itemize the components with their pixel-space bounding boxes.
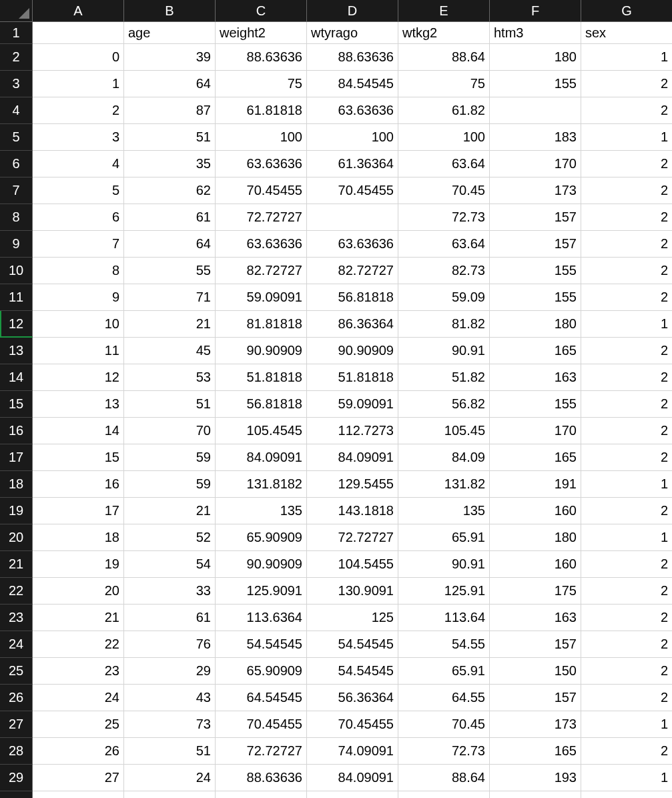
cell[interactable]: 170 <box>490 151 581 177</box>
cell[interactable]: 165 <box>490 338 581 364</box>
cell[interactable]: 105.45 <box>398 418 490 444</box>
cell[interactable]: 180 <box>490 44 581 71</box>
cell[interactable]: 191 <box>490 471 581 498</box>
cell[interactable] <box>33 22 124 44</box>
cell[interactable]: 90.90909 <box>216 338 307 364</box>
cell[interactable]: 26 <box>33 738 124 765</box>
cell[interactable]: 56.82 <box>398 391 490 418</box>
cell[interactable]: 155 <box>490 284 581 311</box>
cell[interactable]: 105.4545 <box>216 418 307 444</box>
cell[interactable]: 131.8182 <box>216 471 307 498</box>
cell[interactable]: 88.64 <box>398 44 490 71</box>
cell[interactable]: 2 <box>581 284 672 311</box>
cell[interactable]: 61.81818 <box>216 97 307 124</box>
cell[interactable]: 125.91 <box>398 578 490 605</box>
cell[interactable]: 2 <box>581 658 672 685</box>
cell[interactable]: 155 <box>490 391 581 418</box>
cell[interactable]: 63.63636 <box>307 231 398 258</box>
cell[interactable]: 84.09091 <box>216 444 307 471</box>
cell[interactable]: 51 <box>124 738 216 765</box>
cell[interactable]: 7 <box>33 231 124 258</box>
cell[interactable]: 25 <box>33 711 124 738</box>
cell[interactable]: 64.54545 <box>216 685 307 711</box>
cell[interactable]: 2 <box>581 338 672 364</box>
cell[interactable]: 2 <box>581 551 672 578</box>
cell[interactable]: 170 <box>490 418 581 444</box>
cell[interactable]: 163 <box>490 364 581 391</box>
cell[interactable]: 100 <box>307 124 398 151</box>
cell[interactable]: 0 <box>33 44 124 71</box>
cell[interactable]: 2 <box>581 71 672 97</box>
cell[interactable]: 88.63636 <box>216 765 307 791</box>
cell[interactable]: 165 <box>490 738 581 765</box>
cell[interactable]: 54.54545 <box>307 658 398 685</box>
cell[interactable]: 2 <box>581 631 672 658</box>
cell[interactable]: 2 <box>581 177 672 204</box>
cell[interactable]: 125.9091 <box>216 578 307 605</box>
cell[interactable]: 173 <box>490 711 581 738</box>
cell[interactable]: 63.63636 <box>216 231 307 258</box>
cell[interactable]: 64.55 <box>398 685 490 711</box>
cell[interactable]: 113.6364 <box>216 605 307 631</box>
cell[interactable]: 100 <box>398 124 490 151</box>
cell[interactable]: 1 <box>581 765 672 791</box>
cell[interactable]: 1 <box>33 71 124 97</box>
cell[interactable]: 75 <box>398 71 490 97</box>
cell[interactable]: 51.81818 <box>216 364 307 391</box>
cell[interactable]: 63.63636 <box>307 97 398 124</box>
cell[interactable]: 56.81818 <box>307 284 398 311</box>
cell[interactable]: 64 <box>124 231 216 258</box>
row-header[interactable]: 9 <box>0 231 33 258</box>
cell[interactable]: 125 <box>307 605 398 631</box>
cell[interactable]: 173 <box>490 177 581 204</box>
cell[interactable]: 88.63636 <box>216 791 307 798</box>
cell[interactable]: 90.90909 <box>307 338 398 364</box>
cell[interactable]: 2 <box>581 97 672 124</box>
row-header[interactable]: 14 <box>0 364 33 391</box>
cell[interactable]: 61.82 <box>398 97 490 124</box>
cell[interactable]: 84.09091 <box>307 765 398 791</box>
cell[interactable]: 1 <box>581 524 672 551</box>
cell[interactable]: 2 <box>581 391 672 418</box>
cell[interactable]: 157 <box>490 631 581 658</box>
cell[interactable]: 155 <box>490 258 581 284</box>
cell[interactable]: 51 <box>124 124 216 151</box>
cell[interactable]: 33 <box>124 578 216 605</box>
row-header[interactable]: 30 <box>0 791 33 798</box>
col-header-E[interactable]: E <box>398 0 490 22</box>
cell[interactable]: 100 <box>216 124 307 151</box>
cell[interactable]: 129.5455 <box>307 471 398 498</box>
cell[interactable]: 82.72727 <box>307 258 398 284</box>
cell[interactable]: 112.7273 <box>307 418 398 444</box>
col-header-C[interactable]: C <box>216 0 307 22</box>
cell[interactable]: 54 <box>124 551 216 578</box>
cell[interactable]: wtyrago <box>307 22 398 44</box>
cell[interactable]: 84.09 <box>398 444 490 471</box>
cell[interactable]: 2 <box>33 97 124 124</box>
cell[interactable]: 70.45 <box>398 711 490 738</box>
cell[interactable]: 54.54545 <box>216 631 307 658</box>
cell[interactable]: 88.63636 <box>216 44 307 71</box>
cell[interactable]: 70.45 <box>398 177 490 204</box>
cell[interactable]: 1 <box>581 44 672 71</box>
cell[interactable]: 63.64 <box>398 151 490 177</box>
cell[interactable]: 65.91 <box>398 658 490 685</box>
cell[interactable]: 155 <box>490 71 581 97</box>
row-header[interactable]: 17 <box>0 444 33 471</box>
cell[interactable]: 1 <box>581 711 672 738</box>
cell[interactable]: 157 <box>490 204 581 231</box>
cell[interactable]: 70.45455 <box>216 711 307 738</box>
cell[interactable]: 53 <box>124 364 216 391</box>
cell[interactable]: 2 <box>581 605 672 631</box>
cell[interactable]: 17 <box>33 498 124 524</box>
cell[interactable]: 88.64 <box>398 791 490 798</box>
cell[interactable]: 12 <box>33 364 124 391</box>
cell[interactable]: 86.36364 <box>307 311 398 338</box>
cell[interactable]: 59.09091 <box>216 284 307 311</box>
cell[interactable]: 11 <box>33 338 124 364</box>
cell[interactable]: 135 <box>398 498 490 524</box>
cell[interactable]: 73 <box>124 711 216 738</box>
cell[interactable]: 1 <box>581 124 672 151</box>
cell[interactable]: 88.63636 <box>307 791 398 798</box>
cell[interactable]: 2 <box>581 498 672 524</box>
